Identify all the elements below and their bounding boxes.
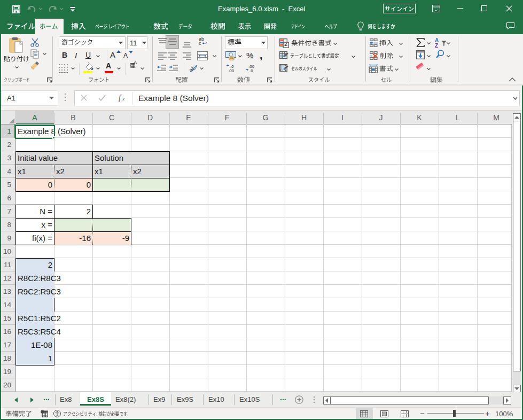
- svg-text:Z: Z: [435, 43, 438, 48]
- svg-text:x: x: [122, 96, 124, 102]
- svg-text:f: f: [119, 94, 122, 102]
- svg-text:.0: .0: [249, 68, 253, 73]
- svg-text:c: c: [199, 41, 201, 46]
- svg-text:ab: ab: [188, 64, 197, 73]
- svg-text:.00: .00: [228, 68, 235, 73]
